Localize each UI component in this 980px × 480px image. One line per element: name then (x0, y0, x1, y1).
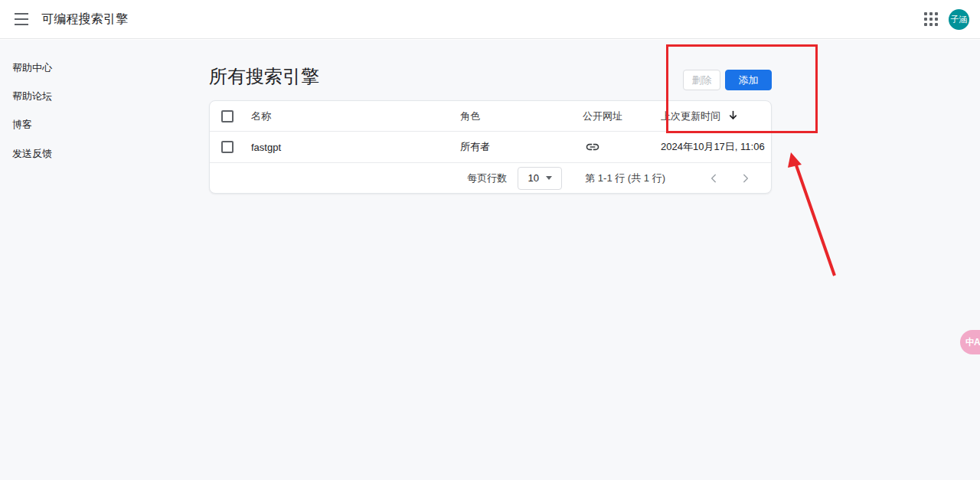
previous-page-button[interactable] (705, 169, 724, 188)
rows-per-page-label: 每页行数 (467, 171, 507, 185)
delete-button[interactable]: 删除 (683, 70, 720, 90)
top-app-bar: 可编程搜索引擎 子涵 (0, 0, 980, 39)
add-button[interactable]: 添加 (725, 70, 772, 90)
sidebar-item-blog[interactable]: 博客 (12, 118, 32, 132)
pagination-bar: 每页行数 10 第 1-1 行 (共 1 行) (210, 163, 771, 193)
table-header-row: 名称 角色 公开网址 上次更新时间 (210, 101, 771, 132)
engine-name-link[interactable]: fastgpt (251, 142, 281, 153)
translate-icon: 中A (965, 336, 980, 349)
google-apps-icon[interactable] (924, 12, 938, 26)
menu-icon[interactable] (6, 4, 37, 34)
last-updated-value: 2024年10月17日, 11:06 (661, 140, 765, 154)
column-header-name: 名称 (251, 109, 271, 123)
translate-widget-badge[interactable]: 中A (960, 330, 980, 354)
pagination-range-label: 第 1-1 行 (共 1 行) (585, 171, 665, 185)
sort-desc-arrow-icon (727, 109, 739, 123)
app-title: 可编程搜索引擎 (41, 11, 128, 28)
sidebar-item-help-center[interactable]: 帮助中心 (12, 61, 52, 75)
select-all-checkbox[interactable] (221, 110, 234, 122)
next-page-button[interactable] (736, 169, 754, 188)
column-header-public-url: 公开网址 (583, 109, 622, 123)
column-header-last-updated[interactable]: 上次更新时间 (661, 109, 739, 123)
page-title: 所有搜索引擎 (209, 64, 319, 89)
table-row: fastgpt 所有者 2024年10月17日, 11:06 (210, 132, 771, 163)
sidebar-item-send-feedback[interactable]: 发送反馈 (12, 147, 52, 161)
user-avatar[interactable]: 子涵 (949, 9, 969, 30)
row-checkbox[interactable] (221, 141, 234, 153)
caret-down-icon (546, 176, 552, 180)
rows-per-page-select[interactable]: 10 (518, 167, 562, 190)
search-engines-table: 名称 角色 公开网址 上次更新时间 fastgpt 所有者 2024年10月17… (209, 100, 772, 194)
engine-role: 所有者 (460, 140, 490, 154)
column-header-role: 角色 (460, 109, 480, 123)
public-url-link-icon[interactable] (585, 139, 600, 155)
sidebar-item-help-forum[interactable]: 帮助论坛 (12, 90, 52, 103)
